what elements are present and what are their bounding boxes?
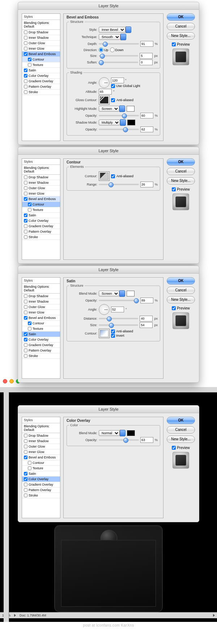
- distance-slider[interactable]: [99, 318, 138, 319]
- sidebar-item-stroke[interactable]: Stroke: [22, 493, 60, 498]
- new-style-button[interactable]: New Style...: [167, 296, 195, 303]
- sidebar-item-inner-shadow[interactable]: Inner Shadow: [22, 35, 60, 41]
- sidebar-item-outer-glow[interactable]: Outer Glow: [22, 41, 60, 46]
- drop-shadow-checkbox[interactable]: [24, 30, 27, 34]
- chevron-down-icon[interactable]: [119, 105, 125, 112]
- highlight-opacity-input[interactable]: [140, 113, 153, 119]
- sidebar-item-bevel-emboss[interactable]: Bevel and Emboss: [22, 455, 60, 460]
- technique-select[interactable]: Smooth: [99, 34, 120, 40]
- chevron-down-icon[interactable]: [125, 26, 131, 33]
- direction-up[interactable]: Up: [99, 47, 109, 52]
- size-slider[interactable]: [99, 324, 138, 326]
- opacity-input[interactable]: [140, 437, 153, 443]
- highlight-mode-select[interactable]: Screen: [99, 106, 119, 112]
- sidebar-item-satin[interactable]: Satin: [22, 213, 60, 218]
- sidebar-item-gradient-overlay[interactable]: Gradient Overlay: [22, 79, 60, 84]
- chevron-down-icon[interactable]: [120, 119, 126, 126]
- cancel-button[interactable]: Cancel: [167, 168, 195, 175]
- sidebar-item-bevel-emboss[interactable]: Bevel and Emboss: [22, 196, 60, 202]
- sidebar-item-inner-glow[interactable]: Inner Glow: [22, 449, 60, 455]
- preview-checkbox[interactable]: [172, 187, 176, 191]
- pattern-overlay-checkbox[interactable]: [24, 85, 27, 88]
- sidebar-item-stroke[interactable]: Stroke: [22, 234, 60, 240]
- size-input[interactable]: [140, 53, 153, 59]
- blend-mode-select[interactable]: Screen: [99, 291, 119, 296]
- sidebar-item-bevel-emboss[interactable]: Bevel and Emboss: [22, 51, 60, 57]
- sidebar-item-inner-glow[interactable]: Inner Glow: [22, 310, 60, 315]
- highlight-color-swatch[interactable]: [127, 106, 135, 112]
- sidebar-item-stroke[interactable]: Stroke: [22, 90, 60, 95]
- new-style-button[interactable]: New Style...: [167, 436, 195, 443]
- bevel-emboss-checkbox[interactable]: [24, 52, 27, 56]
- gradient-overlay-checkbox[interactable]: [24, 79, 27, 83]
- sidebar-item-inner-shadow[interactable]: Inner Shadow: [22, 180, 60, 186]
- sidebar-item-satin[interactable]: Satin: [22, 68, 60, 73]
- sidebar-item-drop-shadow[interactable]: Drop Shadow: [22, 433, 60, 439]
- ok-button[interactable]: OK: [167, 277, 195, 284]
- blending-options[interactable]: Blending Options: Default: [22, 165, 60, 175]
- soften-slider[interactable]: [99, 62, 138, 63]
- ok-button[interactable]: OK: [167, 417, 195, 424]
- outer-glow-checkbox[interactable]: [24, 41, 27, 45]
- contour-checkbox[interactable]: [28, 58, 31, 61]
- sidebar-item-texture[interactable]: Texture: [22, 207, 60, 213]
- blend-mode-select[interactable]: Normal: [99, 430, 120, 436]
- sidebar-item-contour[interactable]: Contour: [22, 57, 60, 62]
- direction-down[interactable]: Down: [110, 47, 124, 52]
- angle-dial[interactable]: [99, 304, 110, 315]
- sidebar-item-color-overlay[interactable]: Color Overlay: [22, 218, 60, 224]
- altitude-input[interactable]: [99, 89, 112, 95]
- color-overlay-checkbox[interactable]: [24, 74, 27, 78]
- soften-input[interactable]: [140, 59, 153, 65]
- sidebar-item-color-overlay[interactable]: Color Overlay: [22, 337, 60, 342]
- anti-aliased-checkbox[interactable]: [111, 174, 115, 178]
- sidebar-item-texture[interactable]: Texture: [22, 62, 60, 68]
- sidebar-item-texture[interactable]: Texture: [22, 466, 60, 471]
- inner-glow-checkbox[interactable]: [24, 47, 27, 50]
- ok-button[interactable]: OK: [167, 13, 195, 21]
- chevron-down-icon[interactable]: [119, 290, 125, 297]
- cancel-button[interactable]: Cancel: [167, 287, 195, 294]
- cancel-button[interactable]: Cancel: [167, 426, 195, 433]
- stroke-checkbox[interactable]: [24, 90, 27, 94]
- shadow-opacity-slider[interactable]: [99, 129, 139, 130]
- sidebar-item-inner-shadow[interactable]: Inner Shadow: [22, 439, 60, 444]
- sidebar-item-stroke[interactable]: Stroke: [22, 353, 60, 359]
- sidebar-item-bevel-emboss[interactable]: Bevel and Emboss: [22, 315, 60, 321]
- satin-checkbox[interactable]: [24, 68, 27, 72]
- sidebar-item-contour[interactable]: Contour: [22, 321, 60, 326]
- sidebar-item-satin[interactable]: Satin: [22, 332, 60, 337]
- sidebar-item-pattern-overlay[interactable]: Pattern Overlay: [22, 348, 60, 353]
- overlay-color-swatch[interactable]: [127, 430, 135, 436]
- contour-picker[interactable]: [99, 171, 110, 181]
- opacity-slider[interactable]: [99, 300, 139, 301]
- preview-checkbox[interactable]: [172, 446, 176, 450]
- sidebar-item-gradient-overlay[interactable]: Gradient Overlay: [22, 342, 60, 348]
- sidebar-item-drop-shadow[interactable]: Drop Shadow: [22, 175, 60, 180]
- gloss-contour-picker[interactable]: [99, 95, 110, 105]
- new-style-button[interactable]: New Style...: [167, 177, 195, 184]
- sidebar-item-outer-glow[interactable]: Outer Glow: [22, 304, 60, 310]
- satin-color-swatch[interactable]: [127, 291, 135, 296]
- blending-options[interactable]: Blending Options: Default: [22, 423, 60, 433]
- invert-checkbox[interactable]: [111, 334, 115, 338]
- sidebar-item-gradient-overlay[interactable]: Gradient Overlay: [22, 224, 60, 229]
- styles-header[interactable]: Styles: [22, 278, 60, 284]
- arrow-right-icon[interactable]: [14, 614, 16, 617]
- sidebar-item-satin[interactable]: Satin: [22, 471, 60, 477]
- style-select[interactable]: Inner Bevel: [99, 27, 125, 33]
- angle-dial[interactable]: [99, 77, 110, 88]
- sidebar-item-drop-shadow[interactable]: Drop Shadow: [22, 30, 60, 35]
- opacity-slider[interactable]: [99, 439, 139, 441]
- ok-button[interactable]: OK: [167, 158, 195, 166]
- styles-header[interactable]: Styles: [22, 159, 60, 165]
- texture-checkbox[interactable]: [28, 63, 31, 67]
- sidebar-item-pattern-overlay[interactable]: Pattern Overlay: [22, 84, 60, 90]
- sidebar-item-inner-glow[interactable]: Inner Glow: [22, 46, 60, 51]
- anti-aliased-checkbox[interactable]: [111, 98, 115, 102]
- sidebar-item-texture[interactable]: Texture: [22, 326, 60, 332]
- range-slider[interactable]: [99, 184, 139, 185]
- angle-input[interactable]: [111, 78, 124, 83]
- opacity-input[interactable]: [140, 298, 153, 303]
- shadow-mode-select[interactable]: Multiply: [99, 120, 120, 125]
